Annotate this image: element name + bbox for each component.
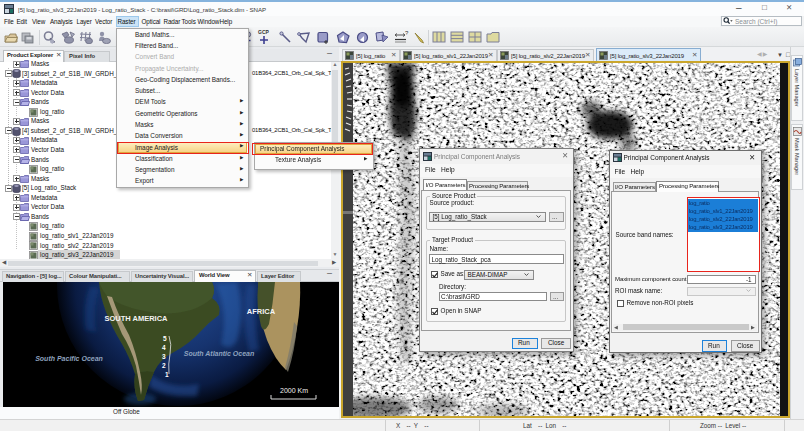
svg-text:South Pacific Ocean: South Pacific Ocean [35,355,103,362]
svg-text:1: 1 [165,371,169,378]
svg-text:5: 5 [163,335,167,342]
svg-text:South Atlantic Ocean: South Atlantic Ocean [184,350,255,357]
svg-text:AFRICA: AFRICA [247,307,276,316]
svg-text:2: 2 [162,362,166,369]
svg-text:3: 3 [162,353,166,360]
svg-text:SOUTH AMERICA: SOUTH AMERICA [104,314,168,323]
svg-text:4: 4 [162,344,166,351]
svg-text:?: ? [405,31,409,36]
svg-text:2000 Km: 2000 Km [280,387,308,394]
